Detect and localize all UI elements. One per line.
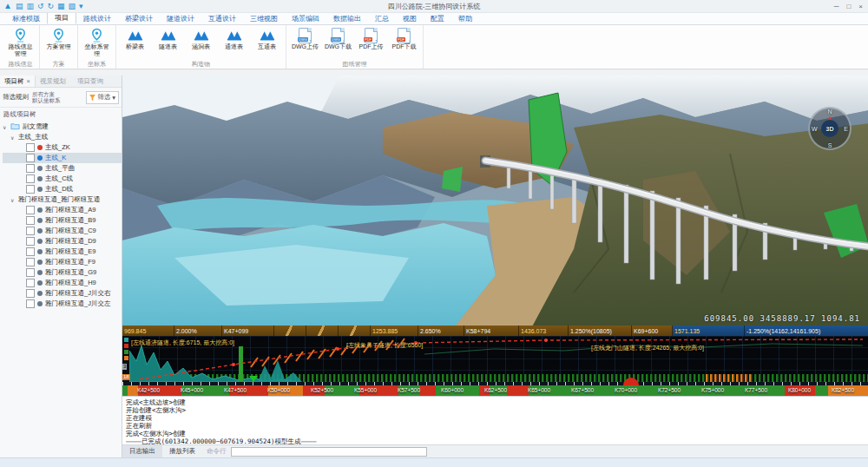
menu-tab-bar: 标准模版项目路线设计桥梁设计隧道设计互通设计三维视图场景编辑数据输出汇总视图配置… (0, 13, 868, 25)
open-file-icon[interactable]: ▥ (26, 3, 34, 10)
structure-table-button[interactable]: 互通表 (253, 27, 281, 50)
tree-item-checkbox[interactable] (26, 174, 35, 183)
menu-tab[interactable]: 桥梁设计 (118, 13, 160, 24)
profile-panel[interactable]: 969.8452.000%K47+0991253.8852.650%K58+79… (122, 326, 868, 396)
station-band[interactable]: K42+500K45+000K47+500K50+000K52+500K55+0… (122, 385, 868, 396)
menu-tab[interactable]: 项目 (47, 11, 76, 24)
close-icon[interactable]: × (27, 77, 30, 85)
funnel-icon (89, 95, 95, 101)
3d-viewport[interactable]: N E S W 3D 609845.00 3458889.17 1094.81 (122, 76, 868, 326)
tree-item-checkbox[interactable] (26, 164, 35, 173)
tree-item[interactable]: 主线_ZK (3, 142, 122, 153)
redo-icon[interactable]: ↻ (47, 3, 54, 10)
tree-item[interactable]: 雅门枢纽互通_F9 (3, 257, 122, 267)
sidebar-tab[interactable]: 项目查询 (73, 76, 110, 87)
station-label: K52+500 (311, 387, 333, 393)
tree-item[interactable]: 雅门枢纽互通_C9 (3, 226, 122, 236)
menu-tab[interactable]: 标准模版 (5, 13, 47, 24)
quick-access-dropdown[interactable]: ▾ (79, 3, 83, 10)
log-output[interactable]: 完成<主线边坡>创建开始创建<左侧水沟>正在建模正在刷新完成<左侧水沟>创建——… (122, 396, 868, 444)
tree-group[interactable]: ∨ 主线_主线 (3, 132, 122, 142)
menu-tab[interactable]: 隧道设计 (160, 13, 201, 24)
tree-item-checkbox[interactable] (26, 185, 35, 194)
structure-table-button[interactable]: 隧道表 (154, 27, 182, 50)
tree-item-checkbox[interactable] (26, 279, 35, 287)
tree-item-checkbox[interactable] (26, 143, 35, 152)
tree-root[interactable]: ∨ 副文需建 (3, 122, 122, 132)
tree-item[interactable]: 雅门枢纽互通_E9 (3, 247, 122, 257)
structure-table-button[interactable]: 涵洞表 (187, 27, 215, 50)
tree-item[interactable]: 雅门枢纽互通_H9 (3, 278, 122, 288)
menu-tab[interactable]: 汇总 (368, 13, 396, 24)
drawing-transfer-button[interactable]: PDF ↓ PDF下载 (390, 27, 418, 50)
log-tab-bar: 日志输出播放列表 命令行 (122, 444, 868, 457)
tree-item-checkbox[interactable] (26, 289, 35, 298)
tree-group[interactable]: ∨ 雅门枢纽互通_雅门枢纽互通 (3, 194, 122, 205)
tree-item-checkbox[interactable] (26, 268, 35, 277)
station-label: K50+000 (267, 387, 290, 393)
menu-tab[interactable]: 视图 (396, 13, 424, 24)
sidebar-tab[interactable]: 视景规划 (36, 76, 73, 87)
tree-item[interactable]: 雅门枢纽互通_A9 (3, 205, 122, 215)
tree-item[interactable]: 雅门枢纽互通_B9 (3, 215, 122, 226)
tree-item[interactable]: 雅门枢纽互通_G9 (3, 267, 122, 278)
tree-item[interactable]: 雅门枢纽互通_J川交右 (3, 288, 122, 299)
drawing-transfer-button[interactable]: DWG ↓ DWG下载 (324, 27, 352, 50)
drawing-transfer-button[interactable]: PDF ↑ PDF上传 (357, 27, 385, 50)
menu-tab[interactable]: 场景编辑 (285, 13, 326, 24)
compass-3d-badge[interactable]: 3D (821, 120, 838, 137)
compass[interactable]: N E S W 3D (808, 107, 852, 150)
tree-item-checkbox[interactable] (26, 227, 35, 235)
maximize-button[interactable]: □ (846, 3, 851, 10)
tree-item[interactable]: 雅门枢纽互通_D9 (3, 236, 122, 247)
document-icon: DWG ↓ (332, 27, 345, 43)
drawing-transfer-button[interactable]: DWG ↑ DWG上传 (291, 27, 319, 50)
filter-button[interactable]: 筛选 ▾ (86, 91, 119, 104)
minimize-button[interactable]: ─ (834, 3, 839, 10)
chevron-down-icon[interactable]: ∨ (10, 197, 16, 203)
tree-item-checkbox[interactable] (26, 237, 35, 246)
close-button[interactable]: × (858, 3, 863, 10)
menu-tab[interactable]: 路线设计 (76, 13, 118, 24)
ribbon-group-label: 图纸管理 (291, 60, 418, 69)
scheme-manage-button[interactable]: 方案管理 (44, 27, 73, 50)
menu-tab[interactable]: 帮助 (451, 13, 479, 24)
chevron-down-icon[interactable]: ∨ (3, 124, 8, 130)
tree-item[interactable]: 雅门枢纽互通_J川交左 (3, 299, 122, 309)
menu-tab[interactable]: 数据输出 (326, 13, 368, 24)
ribbon-gap (0, 69, 868, 76)
band-segment (507, 385, 529, 396)
tree-item[interactable]: 主线_平曲 (3, 163, 122, 174)
ribbon-group-label: 方案 (44, 60, 73, 69)
tunnel-label: [左线象鼻子隧道, 长度:6560] (346, 341, 423, 350)
tree-item[interactable]: 主线_D线 (3, 184, 122, 194)
command-input[interactable] (231, 447, 427, 457)
menu-tab[interactable]: 互通设计 (201, 13, 243, 24)
structure-table-button[interactable]: 桥梁表 (121, 27, 149, 50)
tree-item-checkbox[interactable] (26, 216, 35, 225)
undo-icon[interactable]: ↺ (37, 3, 44, 10)
tree-item-checkbox[interactable] (26, 299, 35, 308)
tree-item-checkbox[interactable] (26, 154, 35, 162)
tree-item-checkbox[interactable] (26, 206, 35, 214)
station-label: K72+500 (658, 387, 681, 393)
tree-item[interactable]: 主线_K (3, 153, 122, 163)
menu-tab[interactable]: 三维视图 (243, 13, 285, 24)
route-info-manage-button[interactable]: 路线信息管理 (6, 27, 35, 57)
profile-chart[interactable]: 3 18 [左线通济隧道, 长度:6715, 最大挖高:0][左线象鼻子隧道, … (122, 336, 868, 382)
new-file-icon[interactable]: ▤ (16, 3, 23, 10)
coordsys-manage-button[interactable]: 坐标系管理 (82, 27, 111, 57)
location-pin-icon (52, 27, 65, 43)
list-icon[interactable]: ▧ (69, 3, 76, 10)
layout-icon[interactable]: ▦ (57, 3, 65, 10)
tree-item-checkbox[interactable] (26, 247, 35, 256)
log-tab[interactable]: 播放列表 (162, 445, 202, 457)
log-tab[interactable]: 日志输出 (122, 445, 162, 457)
station-label: K45+000 (181, 387, 203, 393)
structure-table-button[interactable]: 通道表 (220, 27, 248, 50)
sidebar-tab[interactable]: 项目树× (0, 76, 36, 87)
tree-item[interactable]: 主线_C线 (3, 174, 122, 184)
tree-item-checkbox[interactable] (26, 258, 35, 266)
menu-tab[interactable]: 配置 (424, 13, 451, 24)
chevron-down-icon[interactable]: ∨ (10, 135, 16, 141)
